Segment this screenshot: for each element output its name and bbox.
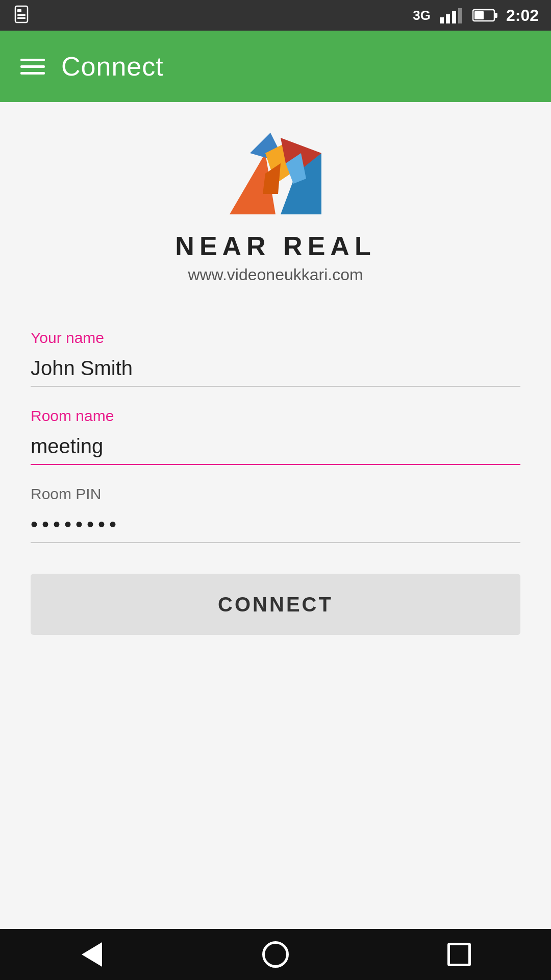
room-name-input[interactable]: [31, 429, 520, 465]
website-url: www.videoneukkari.com: [188, 265, 363, 284]
connect-button[interactable]: CONNECT: [31, 574, 520, 635]
svg-rect-4: [440, 17, 444, 23]
sim-icon: [12, 5, 31, 26]
svg-rect-6: [452, 11, 456, 23]
menu-button[interactable]: [20, 59, 45, 75]
room-pin-input[interactable]: [31, 507, 520, 543]
your-name-label: Your name: [31, 329, 520, 347]
svg-rect-9: [494, 13, 497, 18]
home-icon: [262, 941, 289, 968]
recents-nav-button[interactable]: [439, 934, 480, 975]
svg-rect-7: [458, 8, 462, 23]
brand-name: NEAR REAL: [175, 231, 375, 261]
back-icon: [82, 942, 102, 967]
svg-rect-2: [17, 14, 26, 16]
network-indicator: 3G: [413, 8, 431, 23]
recents-icon: [447, 943, 471, 966]
home-nav-button[interactable]: [255, 934, 296, 975]
status-bar: 3G 2:02: [0, 0, 551, 31]
status-time: 2:02: [506, 6, 539, 25]
bottom-nav: [0, 929, 551, 980]
form-container: Your name Room name Room PIN CONNECT: [31, 329, 520, 635]
room-pin-label: Room PIN: [31, 485, 520, 503]
logo-container: NEAR REAL www.videoneukkari.com: [175, 133, 375, 309]
app-bar-title: Connect: [61, 51, 164, 82]
signal-bars-icon: [439, 6, 464, 24]
svg-rect-5: [446, 14, 450, 23]
app-bar: Connect: [0, 31, 551, 102]
your-name-input[interactable]: [31, 351, 520, 387]
svg-rect-3: [17, 17, 26, 19]
back-nav-button[interactable]: [71, 934, 112, 975]
battery-icon: [472, 8, 498, 23]
svg-rect-10: [474, 11, 484, 19]
room-name-label: Room name: [31, 407, 520, 425]
main-content: NEAR REAL www.videoneukkari.com Your nam…: [0, 102, 551, 929]
svg-rect-1: [17, 9, 21, 12]
brand-logo-icon: [219, 133, 332, 225]
